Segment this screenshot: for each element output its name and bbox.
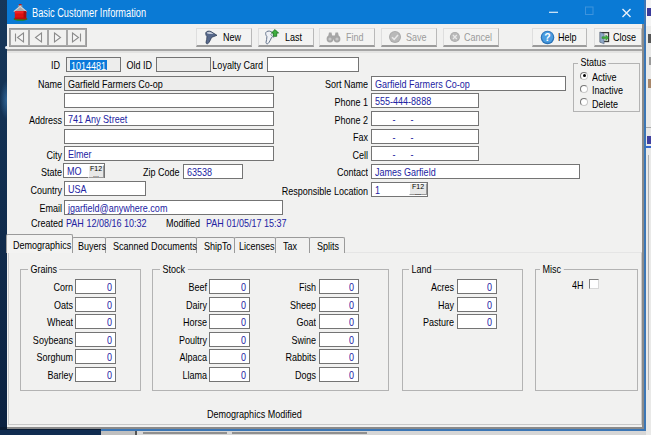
svg-text:?: ? xyxy=(544,31,550,43)
